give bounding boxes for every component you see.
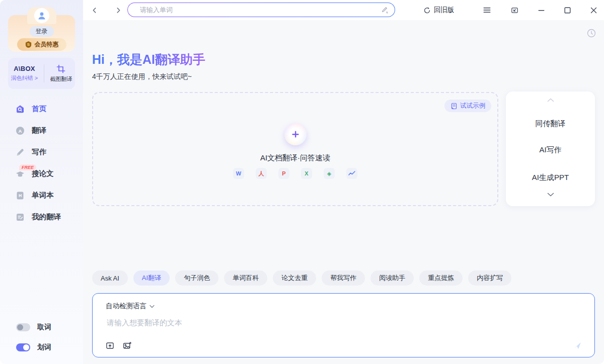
refresh-icon <box>423 7 431 14</box>
word-search-input[interactable] <box>139 6 381 14</box>
add-document-button[interactable] <box>284 123 307 145</box>
tab-ask-ai[interactable]: Ask AI <box>92 270 128 286</box>
sidebar-item-search-papers[interactable]: FREE 搜论文 <box>0 163 83 185</box>
person-icon <box>37 11 47 21</box>
sidebar-nav: 首页 A 翻译 写作 FREE <box>0 98 83 228</box>
capture-word-toggle[interactable] <box>16 323 30 331</box>
sidebar-item-label: 我的翻译 <box>32 212 61 222</box>
translate-icon: A <box>15 126 25 136</box>
aibox-card: A\BOX 润色纠错 > 截图翻译 <box>8 58 75 89</box>
main-content: Hi，我是AI翻译助手 4千万人正在使用，快来试试吧~ 试试示例 AI文档翻译·… <box>83 20 604 364</box>
tab-paper-dedup[interactable]: 论文去重 <box>273 270 316 286</box>
chevron-left-icon <box>91 7 98 14</box>
sidebar-item-label: 首页 <box>32 104 46 114</box>
clock-icon <box>586 28 596 38</box>
mini-window-button[interactable] <box>508 4 520 16</box>
sidebar: 登录 S 会员特惠 A\BOX 润色纠错 > 截图翻译 <box>0 0 83 364</box>
back-button[interactable] <box>88 4 100 16</box>
sidebar-item-wordbook[interactable]: H 单词本 <box>0 185 83 206</box>
pdf-file-icon: 人 <box>256 168 267 179</box>
word-search-bar <box>127 3 395 17</box>
old-version-label: 回旧版 <box>434 6 455 15</box>
scroll-down-button[interactable] <box>546 191 556 198</box>
back-to-old-version-button[interactable]: 回旧版 <box>423 4 455 16</box>
file-upload-icon <box>106 341 114 350</box>
tab-ai-translate[interactable]: AI翻译 <box>133 270 170 286</box>
topbar: 回旧版 <box>83 0 604 20</box>
example-doc-icon <box>450 103 458 110</box>
image-upload-icon <box>123 341 131 350</box>
wordbook-icon: H <box>15 191 25 201</box>
try-example-button[interactable]: 试试示例 <box>444 100 491 112</box>
epub-file-icon: ◈ <box>324 168 335 179</box>
avatar[interactable] <box>34 8 49 23</box>
hamburger-icon <box>483 7 491 13</box>
chart-file-icon <box>346 168 357 179</box>
tool-simultaneous-translation[interactable]: 同传翻译 <box>506 119 595 129</box>
document-dropzone[interactable]: 试试示例 AI文档翻译·问答速读 W 人 P X ◈ <box>92 92 498 206</box>
toggle-row-select-word: 划词 <box>16 343 51 352</box>
vip-shield-icon: S <box>25 41 32 48</box>
select-word-toggle[interactable] <box>16 343 30 351</box>
tab-key-points[interactable]: 重点提炼 <box>419 270 463 286</box>
login-button[interactable]: 登录 <box>30 26 54 37</box>
sidebar-item-label: 翻译 <box>32 126 46 135</box>
dropzone-caption: AI文档翻译·问答速读 <box>93 153 497 163</box>
chevron-down-icon <box>149 305 155 308</box>
select-word-label: 划词 <box>37 343 51 352</box>
tool-ai-ppt[interactable]: AI生成PPT <box>506 173 595 183</box>
my-translations-icon <box>15 212 25 222</box>
menu-button[interactable] <box>481 4 493 16</box>
maximize-button[interactable] <box>561 4 573 16</box>
close-icon <box>590 7 597 14</box>
divider <box>44 64 44 82</box>
sidebar-item-translate[interactable]: A 翻译 <box>0 120 83 141</box>
tab-content-expand[interactable]: 内容扩写 <box>468 270 511 286</box>
app-window: 登录 S 会员特惠 A\BOX 润色纠错 > 截图翻译 <box>0 0 604 364</box>
member-offer-button[interactable]: S 会员特惠 <box>17 38 66 51</box>
svg-text:S: S <box>27 42 29 47</box>
page-subtitle: 4千万人正在使用，快来试试吧~ <box>92 72 192 81</box>
scroll-up-button[interactable] <box>546 97 556 104</box>
maximize-icon <box>564 7 571 14</box>
close-button[interactable] <box>587 4 599 16</box>
minimize-icon <box>538 7 545 14</box>
sidebar-item-writing[interactable]: 写作 <box>0 141 83 163</box>
history-button[interactable] <box>586 28 596 38</box>
screenshot-translate-label: 截图翻译 <box>50 75 72 83</box>
quick-tools-panel: 同传翻译 AI写作 AI生成PPT <box>506 92 595 206</box>
tab-help-writing[interactable]: 帮我写作 <box>322 270 365 286</box>
chevron-right-icon <box>115 7 122 14</box>
svg-text:A: A <box>19 128 22 133</box>
aibox-polish-label: 润色纠错 > <box>11 74 38 82</box>
crop-icon <box>56 64 65 73</box>
free-badge: FREE <box>19 164 36 170</box>
translate-composer: 自动检测语言 <box>92 293 595 357</box>
language-label: 自动检测语言 <box>106 302 146 311</box>
send-button[interactable] <box>571 339 583 351</box>
tab-word-encyclopedia[interactable]: 单词百科 <box>224 270 267 286</box>
screenshot-translate-button[interactable]: 截图翻译 <box>50 64 72 83</box>
tool-ai-writing[interactable]: AI写作 <box>506 145 595 155</box>
ppt-file-icon: P <box>278 168 289 179</box>
chevron-up-icon <box>547 98 554 102</box>
tab-reading-assistant[interactable]: 阅读助手 <box>370 270 414 286</box>
sidebar-item-my-translations[interactable]: 我的翻译 <box>0 206 83 228</box>
composer-tools <box>105 340 132 350</box>
language-selector[interactable]: 自动检测语言 <box>106 302 155 311</box>
aibox-logo: A\BOX <box>14 65 35 72</box>
translate-text-input[interactable] <box>106 318 569 327</box>
aibox-polish-button[interactable]: A\BOX 润色纠错 > <box>11 65 38 82</box>
upload-image-button[interactable] <box>122 340 132 350</box>
toggle-row-capture-word: 取词 <box>16 323 51 332</box>
feature-tabs: Ask AI AI翻译 句子润色 单词百科 论文去重 帮我写作 阅读助手 重点提… <box>92 270 511 286</box>
login-card: 登录 S 会员特惠 <box>8 15 75 52</box>
upload-file-button[interactable] <box>105 340 115 350</box>
member-offer-label: 会员特惠 <box>35 40 59 49</box>
minimize-button[interactable] <box>535 4 547 16</box>
excel-file-icon: X <box>301 168 312 179</box>
forward-button[interactable] <box>112 4 124 16</box>
sidebar-item-home[interactable]: 首页 <box>0 98 83 120</box>
handwriting-pen-icon[interactable] <box>381 6 389 14</box>
tab-sentence-polish[interactable]: 句子润色 <box>175 270 218 286</box>
